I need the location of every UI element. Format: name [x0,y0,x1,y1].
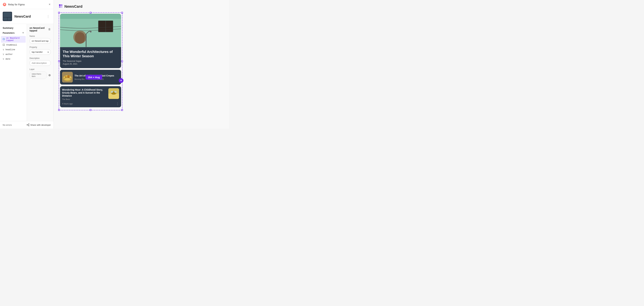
component-thumbnail [3,12,12,21]
svg-point-28 [65,76,67,78]
small-card-2: Wondering Hour: A Childhood Story, Grizz… [60,86,121,107]
svg-rect-6 [3,44,5,46]
app-name: Relay for Figma [8,3,25,6]
handle-mid-right[interactable] [121,60,123,62]
svg-point-8 [28,124,29,124]
text-icon-headline: T [3,48,4,51]
parameters-label: Parameters [3,32,14,34]
close-button[interactable]: × [48,2,51,6]
building-scene-svg [60,14,121,47]
name-label: Name [30,35,51,37]
handle-bottom-right[interactable] [121,109,123,111]
share-label: Share with developer [30,124,51,126]
svg-rect-20 [106,21,113,32]
share-icon [27,124,29,126]
food-thumbnail [62,72,73,83]
summary-title: Summary [0,27,27,31]
hero-card: The Wonderful Architectures of This Wint… [60,14,121,68]
param-name-date: date [6,58,10,60]
left-panel: Relay for Figma × NewsCard ⋮ Summary [0,0,54,129]
svg-rect-4 [8,17,12,20]
component-name: NewsCard [14,14,43,18]
hero-author: The Seasonal Sagas [63,60,118,62]
property-field-row: Property tap-handler long-press-handler … [30,46,51,55]
hero-date: August 25, 2021 [63,63,118,65]
name-field-row: Name [30,35,51,44]
bee-card-content: Wondering Hour: A Childhood Story, Grizz… [62,88,107,100]
panel-header: Relay for Figma × [0,0,54,9]
svg-rect-22 [75,32,85,44]
handle-top-mid[interactable] [90,12,92,13]
more-dots-icon: ⋮ [116,102,119,106]
panel-footer: No errors Share with developer [0,121,54,129]
param-name-headline: headline [6,48,15,51]
panel-header-left: Relay for Figma [3,3,25,6]
property-label: Property [30,46,51,48]
bee-card-top: Wondering Hour: A Childhood Story, Grizz… [60,86,121,101]
summary-section: Summary Parameters + on NewsCard tapped [0,24,54,121]
hero-text-area: The Wonderful Architectures of This Wint… [60,47,121,68]
bee-thumbnail [108,88,119,99]
layer-label: Layer [30,68,51,70]
handle-top-left[interactable] [58,12,60,13]
property-select[interactable]: tap-handler long-press-handler [30,49,51,55]
svg-rect-2 [3,12,12,17]
delete-button[interactable]: 🗑 [48,28,51,31]
bee-card-more-button[interactable]: ⋮ [116,102,119,106]
svg-point-24 [90,31,92,32]
handle-top-right[interactable] [121,12,123,13]
add-icon: + [22,31,24,34]
add-parameter-button[interactable]: + [22,31,24,34]
share-button[interactable]: Share with developer [27,124,51,126]
preview-header: NewsCard [59,4,224,9]
param-item-author[interactable]: T author [0,52,27,57]
detail-title: on NewsCard tapped [30,27,48,32]
svg-rect-12 [59,6,60,8]
plus-badge: + [119,78,124,83]
hero-headline: The Wonderful Architectures of This Wint… [63,50,118,58]
svg-point-29 [67,75,70,78]
detail-header: on NewsCard tapped 🗑 [30,27,51,32]
no-errors-label: No errors [3,124,12,126]
newscard-component-icon [59,4,63,9]
size-badge: 354 × Hug [86,75,102,80]
more-icon: ⋮ [46,14,50,18]
bee-card-author: The Bees [62,98,107,100]
layer-field-row: Layer view=hero-item ⊕ [30,68,51,79]
param-item-headline[interactable]: T headline [0,47,27,52]
component-more-button[interactable]: ⋮ [46,14,51,19]
bee-card-bottom: 4 hours ago ⋮ [60,101,121,107]
bee-card-time: 4 hours ago [62,103,72,105]
svg-rect-3 [3,17,7,20]
property-select-wrapper: tap-handler long-press-handler ▾ [30,49,51,55]
target-button[interactable]: ⊕ [48,73,51,77]
detail-panel: on NewsCard tapped 🗑 Name Property tap-h… [27,24,54,121]
svg-point-9 [28,125,29,126]
svg-rect-35 [113,92,114,94]
relay-icon [3,3,6,6]
param-item-on-newscard-tapped[interactable]: on NewsCard tapped [1,36,26,43]
component-header: NewsCard ⋮ [0,9,54,24]
delete-icon: 🗑 [48,28,51,31]
description-label: Description [30,57,51,59]
layer-value: view=hero-item [30,71,47,79]
layer-row: view=hero-item ⊕ [30,71,51,79]
handle-mid-left[interactable] [58,60,60,62]
newscard-container: The Wonderful Architectures of This Wint… [59,12,122,110]
param-name-thumbnail: thumbnail [6,44,17,46]
small-card-1: The Art of Making Breakfast Crepes Morni… [60,70,121,85]
event-handler-icon [3,38,5,41]
param-item-date[interactable]: T date [0,57,27,61]
name-input[interactable] [30,38,51,44]
svg-rect-11 [61,4,62,6]
description-input[interactable] [30,60,51,66]
handle-bottom-mid[interactable] [90,109,92,111]
param-item-thumbnail[interactable]: thumbnail [0,43,27,47]
bee-card-headline: Wondering Hour: A Childhood Story, Grizz… [62,88,107,97]
params-header: Parameters + [0,31,27,36]
hero-image [60,14,121,47]
target-icon: ⊕ [48,73,51,77]
param-name-author: author [6,53,13,56]
svg-rect-10 [59,4,60,6]
handle-bottom-left[interactable] [58,109,60,111]
